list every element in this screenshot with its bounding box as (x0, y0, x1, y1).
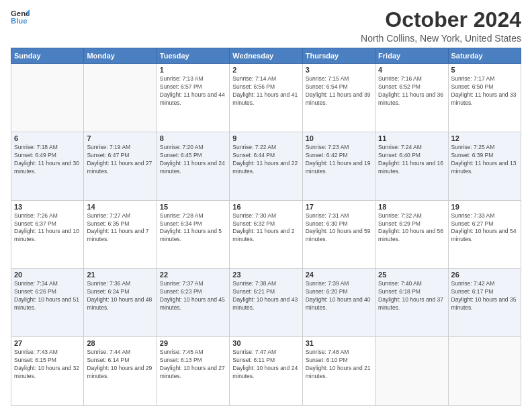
day-number: 3 (306, 66, 372, 74)
calendar-cell: 26Sunrise: 7:42 AM Sunset: 6:17 PM Dayli… (448, 269, 521, 337)
day-number: 6 (14, 134, 81, 142)
calendar-cell: 22Sunrise: 7:37 AM Sunset: 6:23 PM Dayli… (157, 269, 229, 337)
day-number: 16 (232, 203, 299, 211)
day-info: Sunrise: 7:20 AM Sunset: 6:45 PM Dayligh… (160, 144, 226, 176)
day-info: Sunrise: 7:34 AM Sunset: 6:26 PM Dayligh… (14, 280, 81, 312)
day-number: 10 (306, 134, 372, 142)
day-number: 9 (232, 134, 299, 142)
calendar-cell: 11Sunrise: 7:24 AM Sunset: 6:40 PM Dayli… (375, 132, 448, 200)
calendar-cell: 24Sunrise: 7:39 AM Sunset: 6:20 PM Dayli… (302, 269, 375, 337)
calendar-cell: 19Sunrise: 7:33 AM Sunset: 6:27 PM Dayli… (448, 200, 521, 269)
calendar-cell: 17Sunrise: 7:31 AM Sunset: 6:30 PM Dayli… (302, 200, 375, 269)
calendar-cell: 8Sunrise: 7:20 AM Sunset: 6:45 PM Daylig… (157, 132, 229, 200)
day-info: Sunrise: 7:44 AM Sunset: 6:14 PM Dayligh… (87, 349, 153, 381)
day-info: Sunrise: 7:27 AM Sunset: 6:35 PM Dayligh… (87, 212, 153, 244)
calendar-cell (448, 337, 521, 406)
calendar-cell: 12Sunrise: 7:25 AM Sunset: 6:39 PM Dayli… (448, 132, 521, 200)
day-number: 2 (232, 66, 299, 74)
header: General Blue October 2024 North Collins,… (11, 8, 521, 44)
day-info: Sunrise: 7:32 AM Sunset: 6:29 PM Dayligh… (378, 212, 445, 244)
logo: General Blue (11, 8, 30, 27)
day-info: Sunrise: 7:38 AM Sunset: 6:21 PM Dayligh… (232, 280, 299, 312)
day-number: 8 (160, 134, 226, 142)
calendar-cell: 30Sunrise: 7:47 AM Sunset: 6:11 PM Dayli… (230, 337, 302, 406)
col-header-saturday: Saturday (448, 48, 521, 64)
week-row-2: 6Sunrise: 7:18 AM Sunset: 6:49 PM Daylig… (11, 132, 521, 200)
day-info: Sunrise: 7:13 AM Sunset: 6:57 PM Dayligh… (160, 75, 226, 107)
week-row-3: 13Sunrise: 7:26 AM Sunset: 6:37 PM Dayli… (11, 200, 521, 269)
day-number: 21 (87, 271, 153, 279)
day-info: Sunrise: 7:28 AM Sunset: 6:34 PM Dayligh… (160, 212, 226, 244)
col-header-thursday: Thursday (302, 48, 375, 64)
page: General Blue October 2024 North Collins,… (0, 0, 532, 411)
day-info: Sunrise: 7:30 AM Sunset: 6:32 PM Dayligh… (232, 212, 299, 244)
day-number: 25 (378, 271, 445, 279)
calendar-cell: 3Sunrise: 7:15 AM Sunset: 6:54 PM Daylig… (302, 64, 375, 132)
col-header-tuesday: Tuesday (157, 48, 229, 64)
calendar-cell: 14Sunrise: 7:27 AM Sunset: 6:35 PM Dayli… (84, 200, 157, 269)
week-row-5: 27Sunrise: 7:43 AM Sunset: 6:15 PM Dayli… (11, 337, 521, 406)
day-number: 31 (306, 339, 372, 347)
day-info: Sunrise: 7:25 AM Sunset: 6:39 PM Dayligh… (451, 144, 518, 176)
col-header-friday: Friday (375, 48, 448, 64)
calendar-cell: 2Sunrise: 7:14 AM Sunset: 6:56 PM Daylig… (230, 64, 302, 132)
calendar-cell: 7Sunrise: 7:19 AM Sunset: 6:47 PM Daylig… (84, 132, 157, 200)
calendar-cell: 4Sunrise: 7:16 AM Sunset: 6:52 PM Daylig… (375, 64, 448, 132)
calendar-cell: 20Sunrise: 7:34 AM Sunset: 6:26 PM Dayli… (11, 269, 84, 337)
calendar-cell: 21Sunrise: 7:36 AM Sunset: 6:24 PM Dayli… (84, 269, 157, 337)
day-info: Sunrise: 7:14 AM Sunset: 6:56 PM Dayligh… (232, 75, 299, 107)
calendar-cell: 28Sunrise: 7:44 AM Sunset: 6:14 PM Dayli… (84, 337, 157, 406)
day-number: 18 (378, 203, 445, 211)
day-number: 22 (160, 271, 226, 279)
day-info: Sunrise: 7:18 AM Sunset: 6:49 PM Dayligh… (14, 144, 81, 176)
day-number: 23 (232, 271, 299, 279)
calendar-header-row: SundayMondayTuesdayWednesdayThursdayFrid… (11, 48, 521, 64)
day-info: Sunrise: 7:15 AM Sunset: 6:54 PM Dayligh… (306, 75, 372, 107)
day-info: Sunrise: 7:40 AM Sunset: 6:18 PM Dayligh… (378, 280, 445, 312)
calendar-cell: 18Sunrise: 7:32 AM Sunset: 6:29 PM Dayli… (375, 200, 448, 269)
day-number: 29 (160, 339, 226, 347)
day-number: 17 (306, 203, 372, 211)
calendar-cell: 16Sunrise: 7:30 AM Sunset: 6:32 PM Dayli… (230, 200, 302, 269)
day-info: Sunrise: 7:26 AM Sunset: 6:37 PM Dayligh… (14, 212, 81, 244)
day-info: Sunrise: 7:31 AM Sunset: 6:30 PM Dayligh… (306, 212, 372, 244)
day-number: 1 (160, 66, 226, 74)
day-info: Sunrise: 7:24 AM Sunset: 6:40 PM Dayligh… (378, 144, 445, 176)
day-number: 15 (160, 203, 226, 211)
col-header-sunday: Sunday (11, 48, 84, 64)
day-info: Sunrise: 7:48 AM Sunset: 6:10 PM Dayligh… (306, 349, 372, 381)
day-info: Sunrise: 7:37 AM Sunset: 6:23 PM Dayligh… (160, 280, 226, 312)
calendar-cell: 31Sunrise: 7:48 AM Sunset: 6:10 PM Dayli… (302, 337, 375, 406)
calendar-cell (11, 64, 84, 132)
week-row-1: 1Sunrise: 7:13 AM Sunset: 6:57 PM Daylig… (11, 64, 521, 132)
calendar-cell: 27Sunrise: 7:43 AM Sunset: 6:15 PM Dayli… (11, 337, 84, 406)
calendar-cell (84, 64, 157, 132)
day-number: 5 (451, 66, 518, 74)
day-info: Sunrise: 7:43 AM Sunset: 6:15 PM Dayligh… (14, 349, 81, 381)
day-info: Sunrise: 7:16 AM Sunset: 6:52 PM Dayligh… (378, 75, 445, 107)
day-number: 11 (378, 134, 445, 142)
day-info: Sunrise: 7:17 AM Sunset: 6:50 PM Dayligh… (451, 75, 518, 107)
calendar-cell: 13Sunrise: 7:26 AM Sunset: 6:37 PM Dayli… (11, 200, 84, 269)
day-number: 27 (14, 339, 81, 347)
day-info: Sunrise: 7:39 AM Sunset: 6:20 PM Dayligh… (306, 280, 372, 312)
logo-icon: General Blue (11, 8, 30, 27)
svg-text:Blue: Blue (11, 17, 28, 25)
day-number: 13 (14, 203, 81, 211)
col-header-monday: Monday (84, 48, 157, 64)
day-info: Sunrise: 7:47 AM Sunset: 6:11 PM Dayligh… (232, 349, 299, 381)
calendar-cell: 29Sunrise: 7:45 AM Sunset: 6:13 PM Dayli… (157, 337, 229, 406)
calendar-cell: 9Sunrise: 7:22 AM Sunset: 6:44 PM Daylig… (230, 132, 302, 200)
title-block: October 2024 North Collins, New York, Un… (361, 8, 521, 44)
main-title: October 2024 (361, 8, 521, 32)
day-number: 28 (87, 339, 153, 347)
day-number: 24 (306, 271, 372, 279)
day-info: Sunrise: 7:45 AM Sunset: 6:13 PM Dayligh… (160, 349, 226, 381)
day-number: 26 (451, 271, 518, 279)
day-number: 19 (451, 203, 518, 211)
day-info: Sunrise: 7:22 AM Sunset: 6:44 PM Dayligh… (232, 144, 299, 176)
calendar-cell: 1Sunrise: 7:13 AM Sunset: 6:57 PM Daylig… (157, 64, 229, 132)
day-info: Sunrise: 7:36 AM Sunset: 6:24 PM Dayligh… (87, 280, 153, 312)
day-info: Sunrise: 7:33 AM Sunset: 6:27 PM Dayligh… (451, 212, 518, 244)
day-number: 30 (232, 339, 299, 347)
